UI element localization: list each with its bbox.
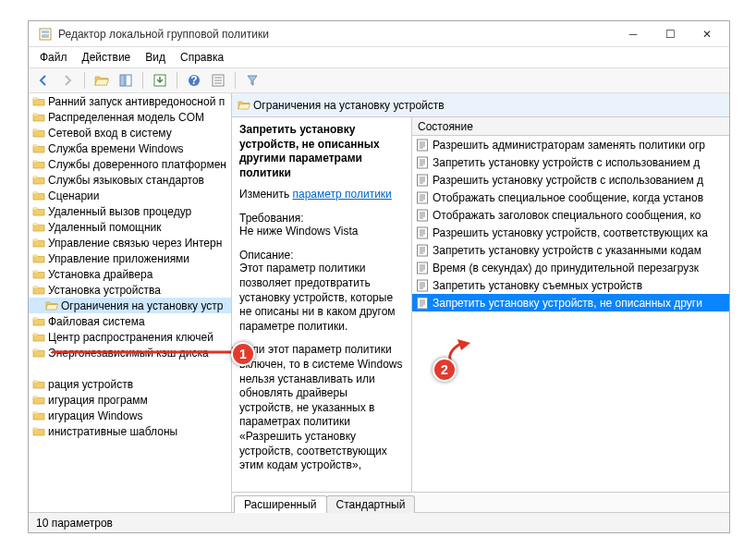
policy-icon [416,244,429,257]
tree-item[interactable]: Удаленный вызов процедур [29,203,231,219]
tree-item[interactable]: Службы языковых стандартов [29,172,231,188]
policy-row[interactable]: Время (в секундах) до принудительной пер… [412,259,729,276]
folder-open-icon [238,100,250,110]
description-pane: Запретить установку устройств, не описан… [232,117,412,492]
tree-item-label: Файловая система [48,315,145,328]
tree-item[interactable]: Ранний запуск антивредоносной п [29,93,231,109]
policy-row[interactable]: Запретить установку устройств с указанны… [412,241,729,259]
folder-icon [32,190,45,201]
back-button[interactable] [34,71,53,90]
policy-icon [416,297,429,310]
tree-item[interactable] [29,360,231,376]
tree-item[interactable]: Центр распространения ключей [29,329,231,345]
svg-marker-20 [457,339,470,350]
policy-row[interactable]: Отображать заголовок специального сообще… [412,206,729,224]
tab-extended[interactable]: Расширенный [234,495,327,513]
folder-icon [32,238,45,248]
menu-action[interactable]: Действие [75,49,139,66]
callout-arrow-1 [52,347,237,358]
show-tree-button[interactable] [116,71,135,90]
maximize-button[interactable]: ☐ [652,21,689,47]
policy-row[interactable]: Отображать специальное сообщение, когда … [412,189,729,206]
minimize-button[interactable]: ─ [615,21,652,47]
forward-button[interactable] [58,71,77,90]
policy-label: Разрешить установку устройств с использо… [433,174,703,187]
titlebar[interactable]: Редактор локальной групповой политики ─ … [29,21,729,47]
svg-text:?: ? [190,74,197,87]
policy-icon [416,191,429,204]
tree-item[interactable]: Сценарии [29,188,231,203]
tree-item[interactable]: рация устройств [29,376,231,392]
tree-item[interactable]: Установка драйвера [29,266,231,282]
tree-item[interactable]: Файловая система [29,313,231,329]
folder-icon [32,426,45,436]
content-area: Ранний запуск антивредоносной пРаспредел… [29,93,729,512]
policy-list[interactable]: Разрешить администраторам заменять полит… [412,136,729,492]
change-link-row: Изменить параметр политики [239,188,404,201]
tree-item-label: игурация Windows [48,409,142,422]
edit-policy-link[interactable]: параметр политики [292,188,391,201]
toolbar: ? [29,67,729,93]
close-button[interactable]: ✕ [689,21,726,47]
tree-item[interactable]: Удаленный помощник [29,219,231,235]
policy-label: Запретить установку съемных устройств [433,279,642,292]
tree-item-label: Служба времени Windows [48,142,184,155]
menu-view[interactable]: Вид [138,49,173,66]
filter-button[interactable] [243,71,262,90]
detail-pane: Ограничения на установку устройств Запре… [232,93,729,512]
tree-item-label: Сетевой вход в систему [48,127,172,140]
folder-icon [32,316,45,326]
tree-item[interactable]: инистративные шаблоны [29,423,231,439]
callout-1: 1 [231,342,255,366]
tree-item[interactable]: Ограничения на установку устр [29,298,231,313]
callout-2: 2 [433,358,457,382]
folder-icon [32,159,45,169]
tree-item[interactable]: Распределенная модель COM [29,109,231,125]
folder-icon [32,269,45,279]
tree-item[interactable]: Управление связью через Интерн [29,235,231,250]
policy-title: Запретить установку устройств, не описан… [239,123,404,180]
list-header[interactable]: Состояние [412,117,729,136]
tree-item[interactable]: Установка устройства [29,282,231,298]
tree-item-label: Ограничения на установку устр [61,299,223,312]
tree-item-label: Удаленный вызов процедур [48,205,191,218]
policy-icon [416,262,429,274]
up-button[interactable] [92,71,111,90]
menu-help[interactable]: Справка [173,49,231,66]
tab-standard[interactable]: Стандартный [326,495,416,513]
requirements-value: Не ниже Windows Vista [239,225,404,238]
policy-row[interactable]: Разрешить администраторам заменять полит… [412,136,729,153]
tree-item-label: Установка устройства [48,284,161,297]
app-icon [38,27,53,42]
folder-icon [32,112,45,122]
policy-row[interactable]: Запретить установку устройств с использо… [412,153,729,171]
export-button[interactable] [151,71,169,90]
folder-icon [32,379,45,389]
policy-label: Запретить установку устройств с использо… [433,156,700,169]
menu-file[interactable]: Файл [32,49,75,66]
policy-label: Разрешить администраторам заменять полит… [433,139,705,152]
folder-icon [32,143,45,153]
tree-item[interactable]: игурация Windows [29,408,231,423]
tree-item[interactable]: Управление приложениями [29,250,231,266]
tree-item[interactable]: игурация программ [29,392,231,408]
tree-item-label: Центр распространения ключей [48,331,213,344]
properties-button[interactable] [209,71,227,90]
policy-row[interactable]: Разрешить установку устройств, соответст… [412,224,729,241]
tree-item[interactable]: Служба времени Windows [29,140,231,156]
tree-pane[interactable]: Ранний запуск антивредоносной пРаспредел… [29,93,232,512]
folder-icon [32,348,45,358]
policy-icon [416,174,429,187]
policy-icon [416,226,429,239]
tree-item[interactable]: Службы доверенного платформен [29,156,231,172]
tree-item-label: Службы языковых стандартов [48,174,204,187]
policy-label: Разрешить установку устройств, соответст… [433,226,708,239]
policy-label: Запретить установку устройств, не описан… [433,297,702,310]
folder-icon [32,128,45,138]
help-button[interactable]: ? [185,71,203,90]
window: Редактор локальной групповой политики ─ … [28,20,730,533]
tree-item[interactable]: Сетевой вход в систему [29,125,231,140]
policy-row[interactable]: Запретить установку устройств, не описан… [412,294,729,311]
policy-row[interactable]: Разрешить установку устройств с использо… [412,171,729,189]
policy-row[interactable]: Запретить установку съемных устройств [412,276,729,294]
